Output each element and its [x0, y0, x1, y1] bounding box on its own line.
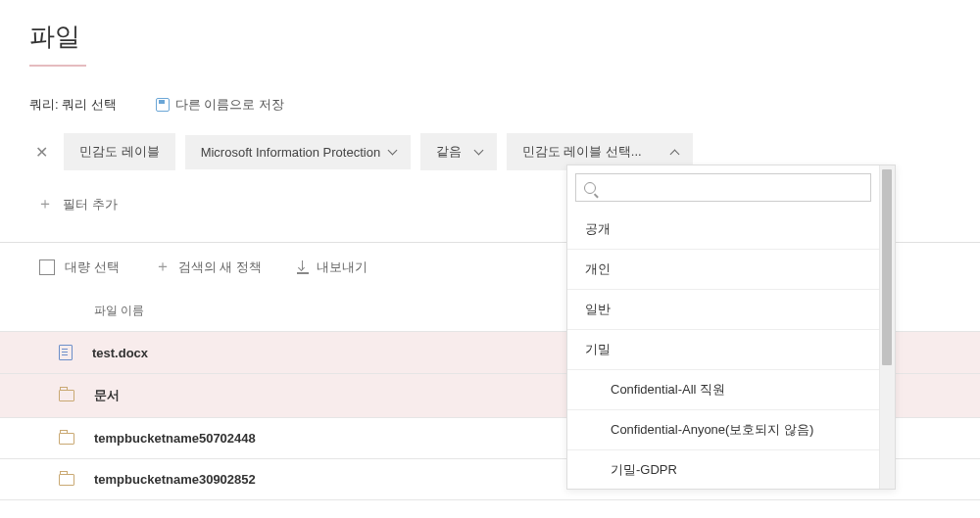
plus-icon: ＋: [155, 257, 171, 277]
bulk-select-label: 대량 선택: [65, 259, 120, 276]
chevron-down-icon: [389, 147, 399, 157]
plus-icon: ＋: [37, 194, 53, 214]
save-as-label: 다른 이름으로 저장: [175, 96, 284, 114]
file-name: tempbucketname30902852: [94, 472, 256, 487]
filter-row: ✕ 민감도 레이블 Microsoft Information Protecti…: [0, 114, 980, 170]
filter-value-placeholder: 민감도 레이블 선택...: [522, 143, 642, 161]
query-row: 쿼리: 쿼리 선택 다른 이름으로 저장: [0, 67, 980, 114]
filter-operator-value: 같음: [436, 143, 462, 161]
column-header-filename: 파일 이름: [94, 304, 144, 317]
file-name: 문서: [94, 387, 120, 404]
filter-provider-dropdown[interactable]: Microsoft Information Protection: [185, 135, 411, 169]
filter-field-label: 민감도 레이블: [79, 143, 160, 161]
new-policy-label: 검색의 새 정책: [178, 259, 262, 276]
dropdown-option[interactable]: Confidential-Anyone(보호되지 않음): [567, 410, 879, 450]
download-icon: [297, 260, 309, 274]
file-name: test.docx: [92, 346, 148, 360]
dropdown-option[interactable]: 일반: [567, 290, 879, 330]
label-dropdown-panel: 공개 개인 일반 기밀 Confidential-All 직원 Confiden…: [566, 165, 896, 490]
save-icon: [156, 98, 170, 112]
search-icon: [584, 182, 596, 194]
page-title: 파일: [0, 0, 80, 65]
query-label: 쿼리: 쿼리 선택: [29, 96, 117, 114]
filter-field-chip[interactable]: 민감도 레이블: [64, 133, 175, 170]
bulk-select-toggle[interactable]: 대량 선택: [39, 259, 120, 276]
dropdown-option[interactable]: 공개: [567, 210, 879, 250]
scrollbar-thumb[interactable]: [882, 169, 892, 365]
checkbox-icon: [39, 259, 55, 275]
folder-icon: [59, 390, 74, 401]
remove-filter-button[interactable]: ✕: [29, 143, 54, 162]
save-as-button[interactable]: 다른 이름으로 저장: [156, 96, 284, 114]
filter-operator-dropdown[interactable]: 같음: [420, 133, 497, 170]
export-label: 내보내기: [317, 259, 368, 276]
document-icon: [59, 345, 73, 360]
new-policy-button[interactable]: ＋ 검색의 새 정책: [155, 257, 262, 277]
filter-provider-value: Microsoft Information Protection: [201, 145, 381, 160]
dropdown-option[interactable]: 개인: [567, 250, 879, 290]
chevron-up-icon: [671, 147, 681, 157]
export-button[interactable]: 내보내기: [297, 259, 368, 276]
dropdown-option[interactable]: Confidential-All 직원: [567, 370, 879, 410]
chevron-down-icon: [475, 147, 485, 157]
dropdown-option[interactable]: 기밀: [567, 330, 879, 370]
search-input[interactable]: [602, 180, 862, 195]
dropdown-option[interactable]: 기밀-GDPR: [567, 450, 879, 489]
folder-icon: [59, 474, 74, 486]
add-filter-label: 필터 추가: [63, 196, 118, 213]
file-name: tempbucketname50702448: [94, 431, 256, 446]
dropdown-search[interactable]: [575, 173, 871, 202]
scrollbar[interactable]: [879, 165, 895, 489]
folder-icon: [59, 433, 74, 445]
